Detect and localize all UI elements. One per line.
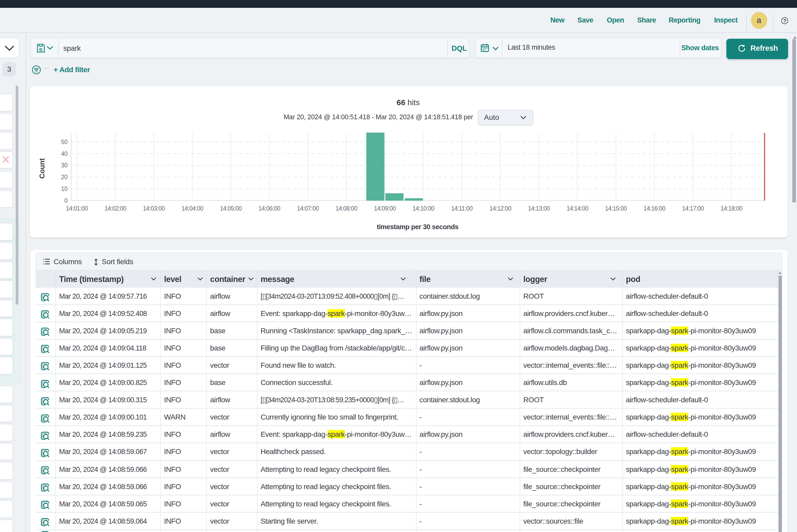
- svg-text:40: 40: [61, 150, 67, 157]
- svg-text:14:03:00: 14:03:00: [143, 205, 164, 212]
- svg-text:14:16:00: 14:16:00: [644, 205, 665, 212]
- svg-text:14:04:00: 14:04:00: [181, 205, 203, 212]
- svg-text:14:18:00: 14:18:00: [720, 205, 742, 212]
- svg-text:14:09:00: 14:09:00: [374, 205, 395, 212]
- svg-text:50: 50: [61, 138, 67, 145]
- svg-text:14:06:00: 14:06:00: [258, 205, 280, 212]
- svg-text:Count: Count: [38, 158, 46, 178]
- svg-text:timestamp per 30 seconds: timestamp per 30 seconds: [376, 223, 458, 230]
- svg-text:0: 0: [64, 197, 67, 204]
- svg-text:14:01:00: 14:01:00: [66, 205, 87, 212]
- svg-text:14:14:00: 14:14:00: [566, 205, 588, 212]
- svg-text:14:15:00: 14:15:00: [605, 205, 626, 212]
- svg-text:14:02:00: 14:02:00: [104, 205, 126, 212]
- svg-text:14:05:00: 14:05:00: [220, 205, 241, 212]
- svg-text:14:11:00: 14:11:00: [451, 205, 472, 212]
- svg-text:20: 20: [61, 173, 67, 180]
- svg-text:14:13:00: 14:13:00: [528, 205, 550, 212]
- svg-text:14:17:00: 14:17:00: [682, 205, 704, 212]
- svg-text:30: 30: [61, 162, 67, 168]
- svg-text:14:12:00: 14:12:00: [489, 205, 511, 212]
- svg-text:14:10:00: 14:10:00: [412, 205, 434, 212]
- svg-text:14:07:00: 14:07:00: [297, 205, 318, 212]
- svg-text:14:08:00: 14:08:00: [335, 205, 357, 212]
- svg-text:10: 10: [61, 185, 67, 192]
